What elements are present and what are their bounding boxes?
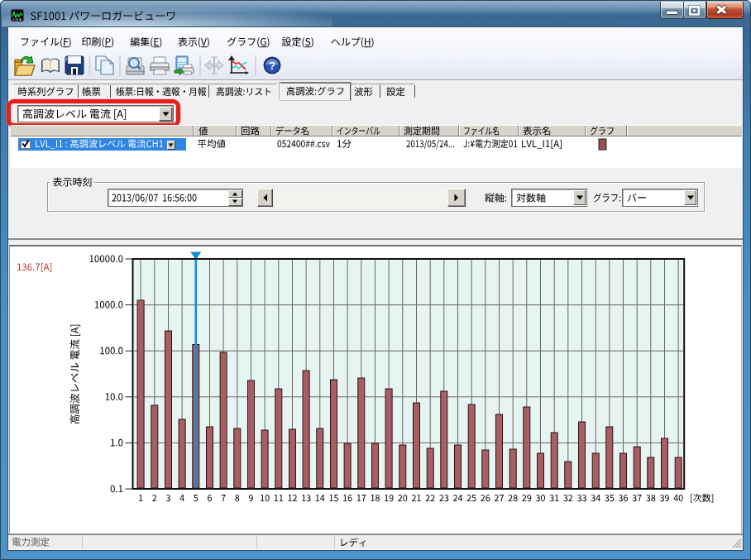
svg-text:?: ? xyxy=(269,60,275,72)
